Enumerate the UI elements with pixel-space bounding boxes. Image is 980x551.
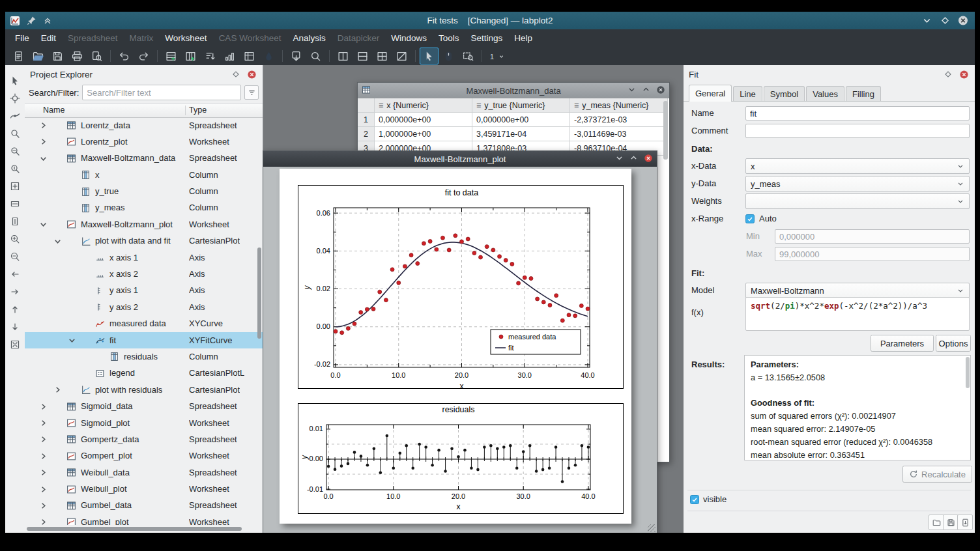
x-data-combo[interactable]: x: [745, 158, 970, 174]
menu-tools[interactable]: Tools: [433, 29, 465, 47]
menu-settings[interactable]: Settings: [465, 29, 509, 47]
expand-arrow-icon[interactable]: [39, 452, 48, 460]
shift-up-y-button[interactable]: [7, 302, 23, 317]
zoom-out-button[interactable]: [7, 249, 23, 264]
fit-results-box[interactable]: Parameters:a = 13.1565±2.0508 Goodness o…: [744, 355, 971, 460]
collapse-arrow-icon[interactable]: [68, 336, 76, 345]
residuals-chart[interactable]: 0.010.020.030.040.0-0.010.000.01residual…: [298, 403, 624, 514]
expand-arrow-icon[interactable]: [39, 403, 48, 411]
tree-item-gumbel-plot[interactable]: Gumbel_plotWorksheet: [25, 514, 263, 525]
menu-windows[interactable]: Windows: [385, 29, 433, 47]
shade-icon[interactable]: [615, 154, 624, 164]
settings-save-button[interactable]: [943, 515, 958, 530]
edit-redo-button[interactable]: [134, 48, 153, 64]
settings-load-button[interactable]: [929, 515, 944, 530]
collapse-arrow-icon[interactable]: [39, 154, 48, 163]
data-cell[interactable]: 3,459171e-04: [472, 127, 570, 141]
tab-line[interactable]: Line: [733, 86, 762, 102]
expand-arrow-icon[interactable]: [39, 468, 48, 477]
print-preview-button[interactable]: [87, 48, 106, 64]
auto-scale-x-button[interactable]: [7, 196, 23, 212]
shift-left-x-button[interactable]: [7, 266, 23, 282]
auto-scale-y-button[interactable]: [7, 214, 23, 229]
expand-arrow-icon[interactable]: [53, 386, 62, 394]
data-cell[interactable]: 1,000000e+00: [375, 127, 472, 141]
column-header-y-true-numeric[interactable]: ≡y_true {Numeric}: [472, 98, 570, 113]
column-header-name[interactable]: Name: [43, 106, 65, 115]
expand-arrow-icon[interactable]: [39, 502, 48, 510]
restore-icon[interactable]: [629, 154, 638, 164]
layout-vertical-button[interactable]: [334, 48, 353, 64]
select-mode-button[interactable]: [420, 48, 439, 64]
tree-item-legend[interactable]: legendCartesianPlotL: [25, 365, 263, 382]
collapse-arrow-icon[interactable]: [39, 220, 48, 229]
column-header-x-numeric[interactable]: ≡x {Numeric}: [375, 98, 472, 113]
tree-item-maxwell-boltzmann-data[interactable]: Maxwell-Boltzmann_dataSpreadsheet: [25, 150, 263, 167]
menu-worksheet[interactable]: Worksheet: [159, 29, 212, 47]
titlebar[interactable]: Fit tests [Changed] — labplot2: [5, 12, 975, 29]
draw-fill-button[interactable]: [259, 48, 278, 64]
zoom-select-mode-button[interactable]: [459, 48, 478, 64]
menu-edit[interactable]: Edit: [35, 29, 62, 47]
select-cursor-button[interactable]: [7, 73, 23, 89]
project-open-button[interactable]: [29, 48, 48, 64]
expand-arrow-icon[interactable]: [39, 518, 48, 525]
results-scrollbar[interactable]: [966, 357, 970, 388]
tree-item-residuals[interactable]: residualsColumn: [25, 348, 263, 365]
row-header[interactable]: 2: [358, 127, 375, 141]
fit-plot-container[interactable]: 0.010.020.030.040.0-0.020.000.020.040.06…: [298, 185, 624, 389]
tree-item-lorentz-plot[interactable]: Lorentz_plotWorksheet: [25, 134, 263, 150]
tab-general[interactable]: General: [689, 85, 732, 102]
tree-horizontal-scrollbar[interactable]: [27, 527, 242, 531]
y-data-combo[interactable]: y_meas: [745, 176, 970, 191]
options-button[interactable]: Options: [936, 335, 971, 352]
spreadsheet-window-titlebar[interactable]: Maxwell-Boltzmann_data: [358, 83, 669, 98]
auto-range-checkbox[interactable]: [745, 214, 755, 223]
recalculate-button[interactable]: Recalculate: [902, 466, 972, 483]
expand-up-icon[interactable]: [42, 16, 53, 26]
tree-item-gumbel-data[interactable]: Gumbel_dataSpreadsheet: [25, 498, 263, 514]
spreadsheet-format-button[interactable]: [240, 48, 259, 64]
worksheet-window-titlebar[interactable]: Maxwell-Boltzmann_plot: [263, 151, 657, 167]
expand-arrow-icon[interactable]: [39, 435, 48, 444]
document-new-button[interactable]: [9, 48, 28, 64]
column-header-type[interactable]: Type: [189, 106, 207, 115]
magnification-button[interactable]: 1: [486, 48, 505, 64]
tree-item-sigmoid-plot[interactable]: Sigmoid_plotWorksheet: [25, 415, 263, 431]
data-cell[interactable]: 0,000000e+00: [375, 113, 472, 127]
spreadsheet-insert-column-button[interactable]: [181, 48, 200, 64]
row-header[interactable]: 1: [358, 113, 375, 127]
tree-item-gompertz-data[interactable]: Gompertz_dataSpreadsheet: [25, 431, 263, 447]
column-header-y-meas-numeric[interactable]: ≡y_meas {Numeric}: [570, 98, 668, 113]
search-filter-input[interactable]: [82, 85, 241, 100]
tree-item-lorentz-data[interactable]: Lorentz_dataSpreadsheet: [25, 117, 263, 134]
auto-scale-button[interactable]: [7, 178, 23, 194]
settings-default-button[interactable]: [957, 515, 973, 530]
tree-item-plot-with-data-and-fit[interactable]: plot with data and fitCartesianPlot: [25, 233, 263, 249]
name-input[interactable]: [745, 106, 970, 120]
fit-to-data-chart[interactable]: 0.010.020.030.040.0-0.020.000.020.040.06…: [298, 185, 624, 389]
spreadsheet-sort-button[interactable]: [201, 48, 220, 64]
data-cell[interactable]: 0,000000e+00: [472, 113, 570, 127]
data-cell[interactable]: -2,373721e-03: [570, 113, 668, 127]
weights-combo[interactable]: [745, 193, 970, 209]
expand-arrow-icon[interactable]: [39, 137, 48, 146]
float-dock-icon[interactable]: [230, 69, 241, 80]
tree-item-y-axis-2[interactable]: y axis 2Axis: [25, 299, 263, 315]
tree-item-x-axis-2[interactable]: x axis 2Axis: [25, 266, 263, 283]
layout-grid-button[interactable]: [373, 48, 392, 64]
navigate-mode-button[interactable]: [439, 48, 458, 64]
zoom-fit-button[interactable]: [7, 337, 23, 352]
tab-symbol[interactable]: Symbol: [764, 86, 805, 102]
layout-horizontal-button[interactable]: [353, 48, 372, 64]
tree-item-y-true[interactable]: y_trueColumn: [25, 184, 263, 200]
pin-icon[interactable]: [26, 16, 36, 26]
close-dock-icon[interactable]: [246, 69, 257, 80]
filter-options-button[interactable]: [244, 85, 259, 100]
tree-column-headers[interactable]: Name Type: [25, 103, 263, 118]
spreadsheet-statistics-button[interactable]: [220, 48, 239, 64]
trace-cursor-button[interactable]: [7, 108, 23, 124]
comment-input[interactable]: [745, 124, 970, 138]
data-cell[interactable]: -3,011469e-03: [570, 127, 668, 141]
max-input[interactable]: [775, 247, 970, 261]
